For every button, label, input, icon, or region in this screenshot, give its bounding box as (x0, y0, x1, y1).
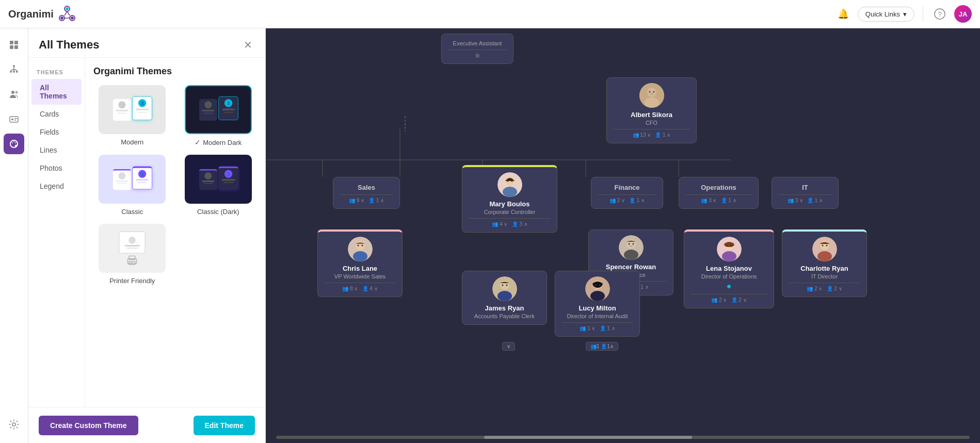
notifications-button[interactable]: 🔔 (835, 6, 852, 22)
node-executive-assistant[interactable]: Executive Assistant ⊞ (441, 34, 513, 64)
theme-preview-classic: 👤 (99, 155, 166, 204)
sidebar-item-people[interactable] (4, 84, 24, 105)
lena-status-icon: ● (690, 282, 767, 291)
sidebar-item-settings[interactable] (4, 414, 24, 435)
themes-panel-title: All Themes (39, 38, 99, 52)
edit-theme-button[interactable]: Edit Theme (194, 416, 255, 435)
node-james-ryan[interactable]: James Ryan Accounts Payable Clerk (462, 271, 547, 325)
theme-preview-classic-dark: 👤 (185, 155, 252, 204)
svg-line-20 (11, 69, 14, 71)
theme-card-printer-friendly[interactable]: Printer Friendly (93, 224, 171, 285)
svg-line-3 (65, 11, 67, 15)
node-operations[interactable]: Operations 👥 3 ∨ 👤 1 ∧ (679, 177, 759, 209)
themes-sub-nav: THEMES All Themes Cards Fields Lines Pho… (28, 58, 85, 407)
svg-point-15 (13, 65, 15, 67)
node-name-lena: Lena Stojanov (690, 265, 767, 272)
printer-icon (126, 255, 139, 265)
svg-point-65 (632, 243, 634, 245)
svg-point-79 (502, 285, 503, 286)
svg-point-16 (10, 71, 12, 73)
theme-card-classic[interactable]: 👤 Classic (93, 155, 171, 216)
node-it[interactable]: IT 👥 3 ∨ 👤 1 ∧ (772, 177, 839, 209)
node-chris-lane[interactable]: Chris Lane VP Worldwide Sales 👥 8 ∨ 👤 4 … (317, 229, 403, 297)
themes-nav-cards[interactable]: Cards (31, 105, 82, 123)
node-lucy-milton[interactable]: Lucy Milton Director of Internal Audit 👥… (555, 271, 640, 337)
node-avatar-charlotte (812, 237, 837, 261)
svg-point-47 (647, 88, 656, 97)
node-avatar-james (492, 276, 517, 301)
quick-links-button[interactable]: Quick Links ▾ (858, 7, 914, 22)
node-title-lena: Director of Operations (690, 273, 767, 280)
svg-point-70 (730, 245, 732, 247)
node-charlotte-ryan[interactable]: Charlotte Ryan IT Director 👥 2 ∨ 👤 2 ∨ (782, 229, 867, 297)
themes-nav-legend[interactable]: Legend (31, 177, 82, 195)
node-title-operations: Operations (685, 184, 752, 191)
svg-point-63 (624, 250, 638, 260)
node-title-finance: Finance (598, 184, 656, 191)
themes-nav-all-themes[interactable]: All Themes (31, 79, 82, 105)
svg-point-58 (353, 251, 367, 261)
node-title-charlotte: IT Director (789, 273, 860, 280)
org-chart-area: Executive Assistant ⊞ Albert Sikora CFO (266, 28, 980, 443)
node-name-lucy: Lucy Milton (561, 304, 633, 312)
theme-card-modern-dark[interactable]: 👤 ✓ Modern Dark (180, 85, 258, 146)
footer-direct-reports: 👥 13 ∨ (633, 132, 651, 138)
node-title-james: Accounts Payable Clerk (469, 313, 540, 319)
sidebar-item-grid[interactable] (4, 35, 24, 55)
svg-point-29 (12, 142, 13, 143)
svg-point-24 (15, 91, 18, 94)
theme-card-classic-dark[interactable]: 👤 Classic (Dark) (180, 155, 258, 216)
svg-text:?: ? (938, 10, 941, 18)
user-avatar[interactable]: JA (954, 5, 972, 23)
node-footer-operations: 👥 3 ∨ 👤 1 ∧ (685, 194, 752, 203)
nav-divider (923, 7, 923, 21)
svg-point-18 (16, 71, 18, 73)
help-button[interactable]: ? (931, 6, 948, 22)
sidebar-item-id-card[interactable] (4, 109, 24, 129)
node-albert-sikora[interactable]: Albert Sikora CFO 👥 13 ∨ 👤 1 ∧ (606, 77, 697, 143)
node-lena-stojanov[interactable]: Lena Stojanov Director of Operations ● 👥… (684, 229, 774, 308)
node-name-james: James Ryan (469, 304, 540, 312)
expand-mary-btn[interactable]: ∨ (502, 342, 515, 351)
sidebar-item-hierarchy[interactable] (4, 59, 24, 80)
node-mary-boulos[interactable]: Mary Boulos Corporate Controller 👥 4 ∨ 👤… (462, 165, 557, 233)
node-footer-exec-asst: ⊞ (448, 50, 507, 58)
node-title-it: IT (778, 184, 832, 191)
themes-nav-fields[interactable]: Fields (31, 123, 82, 141)
node-footer-charlotte: 👥 2 ∨ 👤 2 ∨ (789, 283, 860, 291)
theme-name-modern-dark: ✓ Modern Dark (195, 138, 242, 146)
svg-point-69 (726, 245, 728, 247)
chevron-down-icon: ▾ (903, 10, 907, 18)
themes-section-title: Organimi Themes (93, 66, 257, 77)
themes-nav-photos[interactable]: Photos (31, 159, 82, 177)
node-finance[interactable]: Finance 👥 2 ∨ 👤 1 ∧ (591, 177, 663, 209)
main-layout: All Themes ✕ THEMES All Themes Cards Fie… (0, 28, 980, 443)
svg-point-78 (497, 291, 512, 301)
app-name: Organimi (8, 8, 54, 20)
svg-rect-11 (10, 41, 13, 44)
theme-preview-printer-friendly (99, 224, 166, 273)
horizontal-scrollbar[interactable] (276, 436, 970, 439)
close-themes-button[interactable]: ✕ (240, 38, 255, 52)
svg-point-57 (356, 241, 365, 250)
node-name-chris: Chris Lane (324, 265, 396, 272)
themes-nav-lines[interactable]: Lines (31, 141, 82, 159)
theme-card-modern[interactable]: 👤 Modern (93, 85, 171, 146)
node-footer-lucy: 👥 1 ∨ 👤 1 ∧ (561, 322, 633, 331)
node-avatar-chris (348, 237, 373, 261)
theme-name-classic: Classic (121, 208, 143, 216)
themes-panel-header: All Themes ✕ (28, 28, 265, 58)
sidebar-item-theme[interactable] (4, 134, 24, 154)
checkmark-icon: ✓ (195, 138, 201, 146)
node-avatar-lena (717, 237, 742, 261)
footer-reports-to: 👤 1 ∧ (655, 132, 670, 138)
themes-label: THEMES (28, 64, 85, 78)
svg-point-6 (66, 7, 69, 10)
node-title-sales: Sales (340, 184, 393, 191)
svg-point-73 (817, 251, 832, 261)
create-custom-theme-button[interactable]: Create Custom Theme (39, 416, 138, 435)
node-title-lucy: Director of Internal Audit (561, 313, 633, 319)
expand-lucy-btn[interactable]: 👥1 👤1∧ (586, 342, 618, 351)
svg-point-59 (357, 245, 359, 247)
node-sales[interactable]: Sales 👥 9 ∨ 👤 1 ∧ (333, 177, 400, 209)
